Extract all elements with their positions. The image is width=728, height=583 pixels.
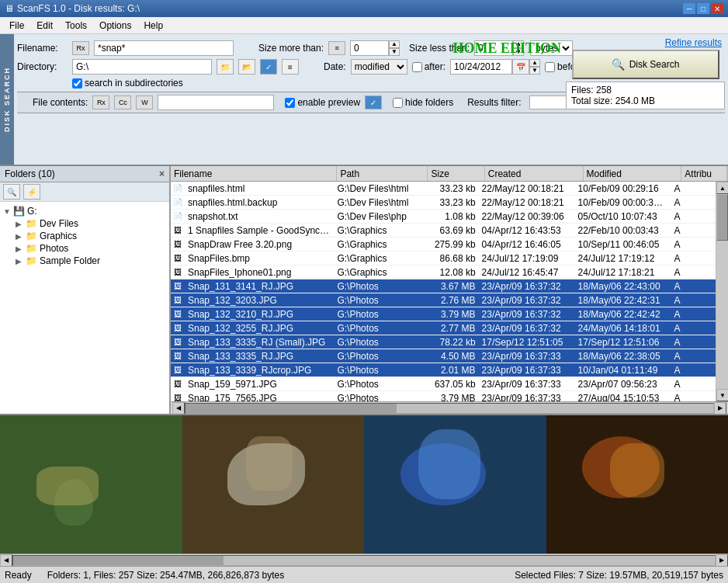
after-date-up[interactable]: ▲ <box>529 59 540 67</box>
folders-header: Folders (10) × <box>0 166 169 182</box>
search-subdirs-checkbox[interactable] <box>72 78 82 88</box>
hscroll-track[interactable] <box>185 403 714 414</box>
browse-list[interactable]: ≡ <box>282 59 299 75</box>
date-type-select[interactable]: modified created accessed <box>351 59 407 75</box>
after-date-down[interactable]: ▼ <box>529 67 540 75</box>
close-button[interactable]: ✕ <box>711 3 723 14</box>
file-type-icon: 🖼 <box>171 310 185 318</box>
file-row[interactable]: 🖼 Snap_133_3339_RJcrop.JPG G:\Photos 2.0… <box>171 363 716 377</box>
date-label: Date: <box>324 61 346 72</box>
tree-item-photos[interactable]: ▶ 📁 Photos <box>16 242 166 255</box>
main-hscroll-track[interactable] <box>12 555 716 566</box>
disk-search-tab: DISK SEARCH <box>0 34 14 165</box>
file-attrib: A <box>671 238 716 251</box>
col-filename[interactable]: Filename <box>171 166 337 181</box>
browse-check[interactable]: ✓ <box>260 59 277 75</box>
file-row[interactable]: 🖼 1 Snapfiles Sample - GoodSync.png G:\G… <box>171 224 716 238</box>
file-row[interactable]: 🖼 Snap_131_3141_RJ.JPG G:\Photos 3.67 MB… <box>171 279 716 293</box>
file-name: SnapFiles_Iphone01.png <box>185 266 334 279</box>
search-subdirs-label[interactable]: search in subdirectories <box>72 78 183 88</box>
menu-help[interactable]: Help <box>137 19 169 33</box>
file-row[interactable]: 📄 snapfiles.html G:\Dev Files\html 33.23… <box>171 182 716 196</box>
tree-item-g[interactable]: ▼ 💾 G: <box>3 205 166 217</box>
hide-folders-label[interactable]: hide folders <box>393 97 453 108</box>
file-type-icon: 🖼 <box>171 338 185 346</box>
file-type-icon: 🖼 <box>171 352 185 360</box>
col-attrib[interactable]: Attribu <box>681 166 727 181</box>
tree-item-sample[interactable]: ▶ 📁 Sample Folder <box>16 255 166 267</box>
file-row[interactable]: 🖼 SnapDraw Free 3.20.png G:\Graphics 275… <box>171 238 716 252</box>
filename-input[interactable]: *snap* <box>94 40 234 56</box>
after-date-spinner[interactable]: ▲ ▼ <box>529 59 540 75</box>
file-size: 2.01 MB <box>423 364 479 377</box>
file-row[interactable]: 📄 snapfiles.html.backup G:\Dev Files\htm… <box>171 196 716 210</box>
hide-folders-checkbox[interactable] <box>393 98 403 108</box>
col-path[interactable]: Path <box>337 166 428 181</box>
file-row[interactable]: 🖼 Snap_159_5971.JPG G:\Photos 637.05 kb … <box>171 377 716 391</box>
col-modified[interactable]: Modified <box>584 166 682 181</box>
file-row[interactable]: 🖼 Snap_133_3335_RJ.JPG G:\Photos 4.50 MB… <box>171 349 716 363</box>
file-size: 2.77 MB <box>423 322 479 335</box>
h-scrollbar[interactable]: ◀ ▶ <box>171 401 728 414</box>
file-row[interactable]: 🖼 Snap_132_3203.JPG G:\Photos 2.76 MB 23… <box>171 293 716 307</box>
scrollbar-track[interactable] <box>716 194 728 389</box>
search-folder-icon[interactable]: 🔍 <box>3 184 20 200</box>
status-right: Selected Files: 7 Size: 19.57MB, 20,519,… <box>515 570 723 581</box>
size-more-up[interactable]: ▲ <box>389 40 400 48</box>
folders-toolbar: 🔍 ⚡ <box>0 182 169 202</box>
enable-preview-label[interactable]: enable preview <box>285 97 360 108</box>
main-hscroll-right[interactable]: ▶ <box>716 554 728 567</box>
refine-results-link[interactable]: Refine results <box>665 37 722 48</box>
enable-preview-checkbox[interactable] <box>285 98 295 108</box>
file-row[interactable]: 🖼 SnapFiles_Iphone01.png G:\Graphics 12.… <box>171 265 716 279</box>
menu-file[interactable]: File <box>3 19 30 33</box>
file-created: 22/May/12 00:18:21 <box>479 182 575 195</box>
col-created[interactable]: Created <box>485 166 584 181</box>
main-hscroll-left[interactable]: ◀ <box>0 554 12 567</box>
size-more-input[interactable] <box>350 40 389 56</box>
menu-options[interactable]: Options <box>93 19 137 33</box>
before-checkbox[interactable] <box>545 62 555 72</box>
browse-icon2[interactable]: 📂 <box>238 59 255 75</box>
file-size: 3.79 MB <box>423 308 479 321</box>
after-date-icon[interactable]: 📅 <box>512 59 529 75</box>
main-hscrollbar[interactable]: ◀ ▶ <box>0 554 728 566</box>
menu-edit[interactable]: Edit <box>30 19 59 33</box>
after-date-input[interactable] <box>450 59 512 75</box>
file-row[interactable]: 🖼 Snap_133_3335_RJ (Small).JPG G:\Photos… <box>171 335 716 349</box>
size-more-label: Size more than: <box>258 43 324 54</box>
col-size[interactable]: Size <box>428 166 484 181</box>
file-contents-input[interactable] <box>158 95 274 110</box>
file-name: snapfiles.html <box>185 182 334 195</box>
after-checkbox[interactable] <box>412 62 422 72</box>
scrollbar-thumb[interactable] <box>716 194 728 241</box>
minimize-button[interactable]: ─ <box>683 3 695 14</box>
file-path: G:\Photos <box>334 378 422 390</box>
file-row[interactable]: 📄 snapshot.txt G:\Dev Files\php 1.08 kb … <box>171 210 716 224</box>
file-row[interactable]: 🖼 Snap_175_7565.JPG G:\Photos 3.79 MB 23… <box>171 391 716 401</box>
tree-item-devfiles[interactable]: ▶ 📁 Dev Files <box>16 217 166 230</box>
directory-input[interactable] <box>72 59 212 75</box>
menu-tools[interactable]: Tools <box>59 19 93 33</box>
search-subdirs-text: search in subdirectories <box>85 78 183 88</box>
browse-icon1[interactable]: 📁 <box>217 59 234 75</box>
size-more-down[interactable]: ▼ <box>389 48 400 56</box>
main-hscroll-thumb[interactable] <box>13 556 224 565</box>
scrollbar-down[interactable]: ▼ <box>716 389 728 401</box>
title-text: 🖥 ScanFS 1.0 - Disk results: G:\ <box>5 3 140 14</box>
hscroll-thumb[interactable] <box>185 404 397 413</box>
maximize-button[interactable]: □ <box>697 3 709 14</box>
file-row[interactable]: 🖼 Snap_132_3210_RJ.JPG G:\Photos 3.79 MB… <box>171 307 716 321</box>
tree-item-graphics[interactable]: ▶ 📁 Graphics <box>16 230 166 242</box>
folders-close-btn[interactable]: × <box>159 168 165 179</box>
file-path: G:\Graphics <box>334 266 422 279</box>
file-modified: 23/Apr/07 09:56:23 <box>575 378 671 390</box>
filter-folder-icon[interactable]: ⚡ <box>23 184 40 200</box>
size-more-spinner[interactable]: ▲ ▼ <box>389 40 400 56</box>
hscroll-right[interactable]: ▶ <box>714 402 726 415</box>
file-row[interactable]: 🖼 Snap_132_3255_RJ.JPG G:\Photos 2.77 MB… <box>171 321 716 335</box>
scrollbar-up[interactable]: ▲ <box>716 182 728 194</box>
disk-search-button[interactable]: 🔍 Disk Search <box>572 50 719 79</box>
file-row[interactable]: 🖼 SnapFiles.bmp G:\Graphics 86.68 kb 24/… <box>171 252 716 265</box>
hscroll-left[interactable]: ◀ <box>172 402 185 415</box>
